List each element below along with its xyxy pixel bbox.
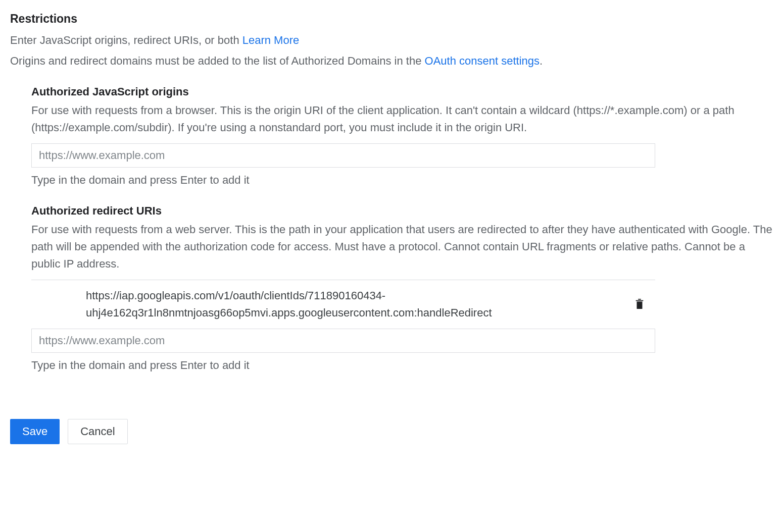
period: . xyxy=(540,55,543,67)
button-row: Save Cancel xyxy=(10,419,773,444)
redirect-uri-row: https://iap.googleapis.com/v1/oauth/clie… xyxy=(31,280,655,329)
delete-uri-button[interactable] xyxy=(630,295,655,314)
cancel-button[interactable]: Cancel xyxy=(68,419,127,444)
js-origins-desc: For use with requests from a browser. Th… xyxy=(31,102,773,136)
redirect-uris-input[interactable] xyxy=(31,329,655,353)
oauth-consent-link[interactable]: OAuth consent settings xyxy=(425,55,540,67)
redirect-uris-section: Authorized redirect URIs For use with re… xyxy=(31,202,773,374)
restrictions-desc: Enter JavaScript origins, redirect URIs,… xyxy=(10,32,773,48)
js-origins-input[interactable] xyxy=(31,143,655,168)
save-button[interactable]: Save xyxy=(10,419,60,444)
domains-note: Origins and redirect domains must be add… xyxy=(10,52,773,69)
restrictions-desc-text: Enter JavaScript origins, redirect URIs,… xyxy=(10,34,242,46)
domains-note-text: Origins and redirect domains must be add… xyxy=(10,55,425,67)
redirect-uris-title: Authorized redirect URIs xyxy=(31,202,773,219)
js-origins-title: Authorized JavaScript origins xyxy=(31,83,773,100)
js-origins-section: Authorized JavaScript origins For use wi… xyxy=(31,83,773,188)
redirect-uris-desc: For use with requests from a web server.… xyxy=(31,221,773,273)
trash-icon xyxy=(634,297,645,312)
restrictions-title: Restrictions xyxy=(10,10,773,28)
learn-more-link[interactable]: Learn More xyxy=(242,34,300,46)
js-origins-helper: Type in the domain and press Enter to ad… xyxy=(31,172,773,188)
redirect-uris-helper: Type in the domain and press Enter to ad… xyxy=(31,357,773,374)
redirect-uri-value: https://iap.googleapis.com/v1/oauth/clie… xyxy=(31,287,630,322)
